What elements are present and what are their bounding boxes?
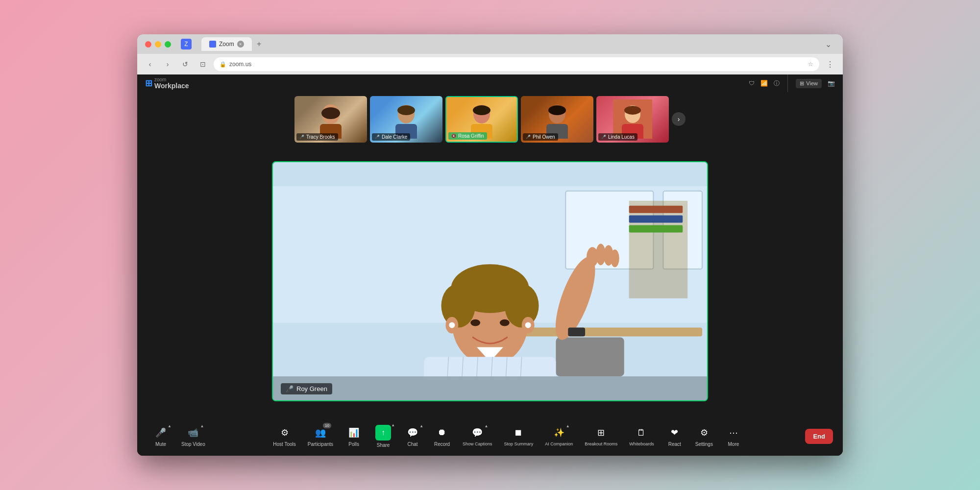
record-button[interactable]: ⏺ Record <box>428 423 456 450</box>
share-arrow-icon[interactable]: ▲ <box>391 423 395 427</box>
address-bar-icons: ☆ <box>808 61 813 68</box>
svg-point-33 <box>500 319 510 326</box>
mute-button[interactable]: 🎤 ▲ Mute <box>147 423 174 450</box>
ai-arrow-icon[interactable]: ▲ <box>566 424 570 428</box>
stop-summary-label: Stop Summary <box>504 441 534 446</box>
breakout-rooms-button[interactable]: ⊞ Breakout Rooms <box>580 423 622 449</box>
more-label: More <box>728 441 739 447</box>
zoom-toolbar: 🎤 ▲ Mute 📹 ▲ Stop Video ⚙ Host Tools <box>137 416 843 456</box>
end-button[interactable]: End <box>805 429 833 444</box>
browser-nav-bar: ‹ › ↺ ⊡ 🔒 zoom.us ☆ ⋮ <box>137 54 843 74</box>
svg-rect-21 <box>629 206 683 213</box>
main-video-area: 🎤 Roy Green <box>137 146 843 416</box>
svg-point-31 <box>505 284 539 328</box>
strip-next-button[interactable]: › <box>672 112 686 126</box>
more-button[interactable]: ⋯ More <box>720 423 747 450</box>
zoom-header-controls: 🛡 📶 ⓘ ⊞ View 📷 <box>749 74 835 93</box>
minimize-button[interactable] <box>155 41 161 48</box>
chat-button[interactable]: 💬 ▲ Chat <box>399 423 426 450</box>
svg-point-30 <box>441 284 475 328</box>
participant-name-tracy: 🎤 Tracy Brooks <box>296 133 338 141</box>
forward-button[interactable]: › <box>161 57 174 71</box>
toolbar-center-group: ⚙ Host Tools 👥 10 Participants 📊 Polls <box>268 422 747 451</box>
mic-muted-icon: 🔇 <box>451 134 456 138</box>
participant-name-dale: 🎤 Dale Clarke <box>372 133 410 141</box>
svg-point-1 <box>321 107 340 119</box>
tab-bar: Zoom × + <box>201 37 811 51</box>
participant-thumb-phil[interactable]: 🎤 Phil Owen <box>521 96 593 143</box>
whiteboards-button[interactable]: 🗒 Whiteboards <box>624 423 659 449</box>
show-captions-label: Show Captions <box>463 441 492 446</box>
tab-close-button[interactable]: × <box>237 41 244 48</box>
url-display: zoom.us <box>229 61 251 68</box>
speaker-name: Roy Green <box>296 385 327 392</box>
react-button[interactable]: ❤ React <box>661 423 688 450</box>
svg-point-32 <box>470 319 480 326</box>
view-button[interactable]: ⊞ View <box>796 79 822 88</box>
address-bar[interactable]: 🔒 zoom.us ☆ <box>214 57 819 71</box>
participant-thumb-linda[interactable]: 🎤 Linda Lucas <box>596 96 669 143</box>
traffic-lights <box>145 41 171 48</box>
svg-point-36 <box>449 322 455 328</box>
polls-label: Polls <box>348 441 359 447</box>
participants-button[interactable]: 👥 10 Participants <box>303 423 338 450</box>
svg-point-42 <box>611 249 619 267</box>
svg-point-4 <box>397 105 415 115</box>
host-tools-icon: ⚙ <box>278 426 292 440</box>
browser-menu-chevron[interactable]: ⌄ <box>821 37 835 51</box>
svg-rect-25 <box>556 337 624 376</box>
camera-icon: 📷 <box>828 80 835 87</box>
toolbar-left-group: 🎤 ▲ Mute 📹 ▲ Stop Video <box>147 423 210 450</box>
host-tools-button[interactable]: ⚙ Host Tools <box>268 423 301 450</box>
participant-name-linda: 🎤 Linda Lucas <box>598 133 637 141</box>
back-button[interactable]: ‹ <box>143 57 157 71</box>
captions-arrow-icon[interactable]: ▲ <box>484 424 488 428</box>
participant-thumb-rosa[interactable]: 🔇 Rosa Griffin <box>445 96 518 143</box>
active-tab[interactable]: Zoom × <box>201 37 252 51</box>
end-label: End <box>813 433 825 440</box>
mute-icon: 🎤 ▲ <box>154 426 168 440</box>
react-label: React <box>668 441 681 447</box>
share-label: Share <box>377 442 390 448</box>
pip-button[interactable]: ⊡ <box>196 57 210 71</box>
chat-arrow-icon[interactable]: ▲ <box>419 424 423 428</box>
fullscreen-button[interactable] <box>165 41 171 48</box>
show-captions-button[interactable]: 💬 ▲ Show Captions <box>458 423 497 449</box>
tab-favicon <box>209 41 216 48</box>
video-arrow-icon[interactable]: ▲ <box>200 424 204 428</box>
participants-badge: 10 <box>323 423 331 428</box>
new-tab-button[interactable]: + <box>254 39 265 49</box>
participant-thumb-tracy[interactable]: 🎤 Tracy Brooks <box>294 96 367 143</box>
reload-button[interactable]: ↺ <box>178 57 192 71</box>
participant-thumb-dale[interactable]: 🎤 Dale Clarke <box>370 96 442 143</box>
chat-label: Chat <box>408 441 418 447</box>
polls-button[interactable]: 📊 Polls <box>340 423 368 450</box>
svg-rect-24 <box>517 328 702 337</box>
svg-point-37 <box>525 322 531 328</box>
participants-strip: 🎤 Tracy Brooks 🎤 Dale Clarke <box>137 92 843 146</box>
mute-arrow-icon[interactable]: ▲ <box>168 424 172 428</box>
polls-icon: 📊 <box>347 426 361 440</box>
ai-companion-button[interactable]: ✨ ▲ AI Companion <box>540 423 578 449</box>
svg-rect-51 <box>568 328 585 337</box>
stop-video-button[interactable]: 📹 ▲ Stop Video <box>176 423 210 450</box>
close-button[interactable] <box>145 41 151 48</box>
stop-summary-icon: ⏹ <box>512 426 525 440</box>
share-icon: ↑ ▲ <box>375 425 391 441</box>
grid-icon: ⊞ <box>800 80 804 87</box>
breakout-rooms-icon: ⊞ <box>594 426 608 440</box>
stop-summary-button[interactable]: ⏹ Stop Summary <box>499 423 539 449</box>
browser-options-button[interactable]: ⋮ <box>823 57 837 71</box>
settings-label: Settings <box>695 441 713 447</box>
share-button[interactable]: ↑ ▲ Share <box>369 422 397 451</box>
svg-rect-22 <box>629 216 683 223</box>
participants-label: Participants <box>308 441 333 447</box>
settings-button[interactable]: ⚙ Settings <box>690 423 718 450</box>
zoom-logo: ⊞ zoom Workplace <box>145 77 189 89</box>
toolbar-right-group: End <box>805 429 833 444</box>
mic-icon: 🎤 <box>526 135 531 139</box>
browser-title-bar: Z Zoom × + ⌄ <box>137 34 843 54</box>
whiteboards-icon: 🗒 <box>635 426 648 440</box>
zoom-logo-text: zoom Workplace <box>154 77 189 89</box>
star-icon[interactable]: ☆ <box>808 61 813 68</box>
